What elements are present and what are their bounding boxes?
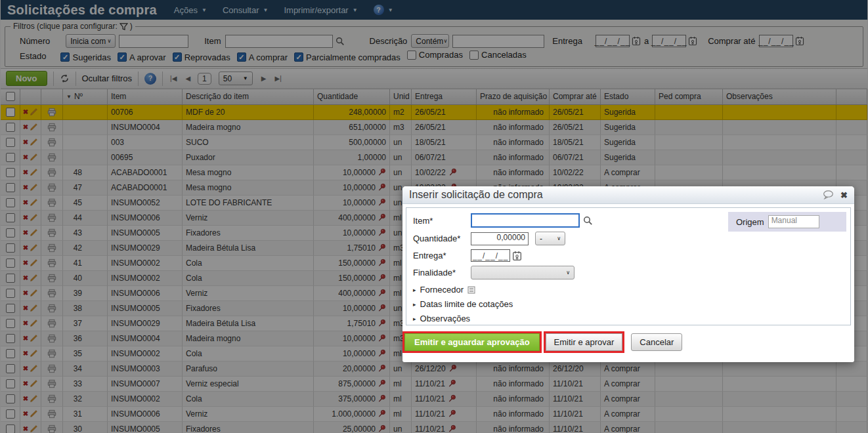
- section-toggle[interactable]: ▸Fornecedor: [413, 285, 845, 295]
- cancelar-button[interactable]: Cancelar: [631, 333, 682, 351]
- highlight-box-emit-wait: Emitir e aguardar aprovação: [402, 331, 542, 353]
- app-screen: Solicitações de compra Ações▼ Consultar▼…: [0, 0, 868, 433]
- emitir-aprovar-button[interactable]: Emitir e aprovar: [546, 333, 623, 351]
- item-field-input[interactable]: [471, 213, 580, 228]
- origem-label: Origem: [736, 217, 764, 227]
- search-icon[interactable]: [583, 216, 593, 226]
- entrega-field-input[interactable]: __/__/__: [471, 249, 510, 262]
- item-field-label: Item*: [413, 216, 471, 226]
- highlight-box-emit-approve: Emitir e aprovar: [544, 331, 625, 353]
- modal-body: Item* Quantidade* 0,00000 -∨ Entrega* __…: [406, 207, 851, 325]
- quantidade-field-label: Quantidade*: [413, 234, 471, 243]
- origem-input: Manual: [768, 215, 819, 228]
- chevron-right-icon: ▸: [413, 287, 416, 293]
- insert-request-modal: Inserir solicitação de compra ✖ Item* Qu…: [402, 186, 854, 362]
- section-toggle[interactable]: ▸Observações: [413, 314, 845, 323]
- chevron-right-icon: ▸: [413, 301, 416, 308]
- section-toggle[interactable]: ▸Datas limite de cotações: [413, 299, 845, 309]
- quantidade-field-input[interactable]: 0,00000: [471, 232, 529, 245]
- entrega-field-label: Entrega*: [413, 251, 471, 260]
- comment-bubble-icon[interactable]: [823, 190, 834, 199]
- emitir-aguardar-aprovacao-button[interactable]: Emitir e aguardar aprovação: [404, 333, 540, 351]
- chevron-down-icon: ∨: [557, 236, 561, 241]
- finalidade-field-label: Finalidade*: [413, 268, 471, 278]
- modal-header: Inserir solicitação de compra ✖: [402, 186, 854, 204]
- modal-footer: Emitir e aguardar aprovação Emitir e apr…: [402, 325, 854, 353]
- collapsible-sections: ▸Fornecedor▸Datas limite de cotações▸Obs…: [413, 285, 845, 325]
- chevron-down-icon: ∨: [566, 270, 570, 276]
- close-icon[interactable]: ✖: [840, 190, 848, 200]
- finalidade-select[interactable]: ∨: [471, 266, 575, 279]
- calendar-icon[interactable]: [512, 251, 522, 261]
- modal-title: Inserir solicitação de compra: [409, 189, 823, 201]
- unit-select[interactable]: -∨: [535, 232, 565, 245]
- origem-box: Origem Manual: [728, 212, 846, 232]
- chevron-right-icon: ▸: [413, 316, 416, 322]
- form-icon: [467, 286, 475, 294]
